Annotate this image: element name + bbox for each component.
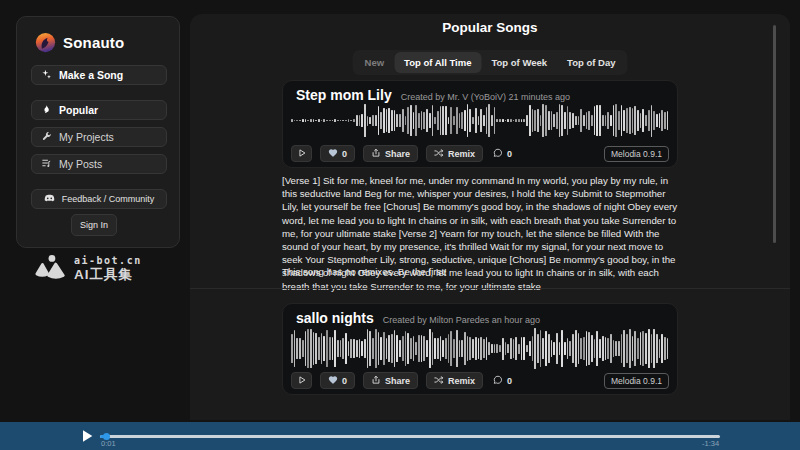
tab-top-of-day[interactable]: Top of Day bbox=[557, 52, 625, 73]
sign-in-label: Sign In bbox=[80, 220, 108, 230]
app-window: Sonauto Make a Song Popular bbox=[0, 0, 800, 450]
sign-in-button[interactable]: Sign In bbox=[71, 214, 117, 236]
sparkles-icon bbox=[41, 69, 52, 82]
music-list-icon bbox=[41, 158, 52, 171]
waveform[interactable] bbox=[291, 328, 669, 369]
model-version-badge: Melodia 0.9.1 bbox=[604, 373, 669, 389]
share-icon bbox=[371, 148, 381, 160]
app-title: Sonauto bbox=[63, 34, 124, 51]
make-a-song-label: Make a Song bbox=[59, 69, 123, 81]
tab-top-of-all-time[interactable]: Top of All Time bbox=[394, 52, 481, 73]
make-a-song-button[interactable]: Make a Song bbox=[31, 65, 167, 85]
no-remixes-text: This song has no remixes. Be the first! bbox=[282, 266, 447, 277]
comment-count: 0 bbox=[507, 149, 512, 159]
shuffle-icon bbox=[434, 148, 444, 160]
sidebar-item-popular[interactable]: Popular bbox=[31, 100, 167, 120]
sidebar-item-label: My Projects bbox=[59, 131, 114, 143]
heart-icon bbox=[328, 375, 338, 387]
sidebar-item-label: Popular bbox=[59, 104, 98, 116]
feedback-community-button[interactable]: Feedback / Community bbox=[31, 189, 167, 209]
play-button[interactable] bbox=[291, 372, 312, 389]
watermark-line2: AI工具集 bbox=[74, 267, 142, 282]
sidebar: Sonauto Make a Song Popular bbox=[16, 16, 180, 248]
player-play-button[interactable] bbox=[79, 428, 95, 444]
remix-label: Remix bbox=[448, 149, 475, 159]
like-count: 0 bbox=[342, 376, 347, 386]
app-logo[interactable]: Sonauto bbox=[35, 32, 124, 53]
comment-icon bbox=[493, 375, 503, 387]
comments-button[interactable]: 0 bbox=[491, 372, 514, 389]
main-panel: Popular Songs New Top of All Time Top of… bbox=[190, 14, 790, 420]
song-actions: 0 Share Remix bbox=[291, 372, 669, 389]
share-button[interactable]: Share bbox=[363, 145, 418, 162]
remix-button[interactable]: Remix bbox=[426, 145, 483, 162]
share-button[interactable]: Share bbox=[363, 372, 418, 389]
section-divider bbox=[190, 288, 790, 289]
remaining-time: -1:34 bbox=[702, 439, 719, 448]
share-icon bbox=[371, 375, 381, 387]
ai-bot-logo-icon bbox=[34, 253, 68, 283]
watermark: ai-bot.cn AI工具集 bbox=[34, 253, 142, 283]
watermark-line1: ai-bot.cn bbox=[74, 255, 142, 267]
remix-button[interactable]: Remix bbox=[426, 372, 483, 389]
waveform[interactable] bbox=[291, 104, 669, 137]
tab-top-of-week[interactable]: Top of Week bbox=[481, 52, 557, 73]
feedback-community-label: Feedback / Community bbox=[62, 194, 155, 204]
sidebar-item-my-posts[interactable]: My Posts bbox=[31, 154, 167, 174]
song-byline: Created by Milton Paredes an hour ago bbox=[383, 315, 540, 325]
sidebar-item-label: My Posts bbox=[59, 158, 102, 170]
sidebar-item-my-projects[interactable]: My Projects bbox=[31, 127, 167, 147]
scrollbar-thumb[interactable] bbox=[773, 25, 776, 243]
song-actions: 0 Share Remix bbox=[291, 145, 669, 162]
remix-label: Remix bbox=[448, 376, 475, 386]
shuffle-icon bbox=[434, 375, 444, 387]
sonauto-logo-icon bbox=[35, 32, 56, 53]
wrench-icon bbox=[41, 131, 52, 144]
song-header: sallo nights Created by Milton Paredes a… bbox=[296, 310, 540, 326]
heart-icon bbox=[328, 148, 338, 160]
model-version-badge: Melodia 0.9.1 bbox=[604, 146, 669, 162]
song-title: Step mom Lily bbox=[296, 87, 392, 103]
current-time: 0:01 bbox=[101, 439, 116, 448]
comment-icon bbox=[493, 148, 503, 160]
comment-count: 0 bbox=[507, 376, 512, 386]
like-button[interactable]: 0 bbox=[320, 145, 355, 162]
progress-track[interactable] bbox=[100, 435, 720, 438]
play-icon bbox=[297, 375, 307, 387]
like-button[interactable]: 0 bbox=[320, 372, 355, 389]
song-header: Step mom Lily Created by Mr. V (YoBoiV) … bbox=[296, 87, 570, 103]
song-card: sallo nights Created by Milton Paredes a… bbox=[282, 303, 678, 395]
like-count: 0 bbox=[342, 149, 347, 159]
page-title: Popular Songs bbox=[190, 20, 790, 35]
share-label: Share bbox=[385, 149, 410, 159]
song-title: sallo nights bbox=[296, 310, 374, 326]
play-button[interactable] bbox=[291, 145, 312, 162]
tab-new[interactable]: New bbox=[355, 52, 395, 73]
player-bar: 0:01 -1:34 bbox=[0, 422, 800, 450]
comments-button[interactable]: 0 bbox=[491, 145, 514, 162]
song-byline: Created by Mr. V (YoBoiV) 21 minutes ago bbox=[401, 92, 570, 102]
flame-icon bbox=[41, 104, 52, 117]
play-icon bbox=[297, 148, 307, 160]
share-label: Share bbox=[385, 376, 410, 386]
discord-icon bbox=[44, 193, 55, 206]
song-card: Step mom Lily Created by Mr. V (YoBoiV) … bbox=[282, 80, 678, 168]
tab-bar: New Top of All Time Top of Week Top of D… bbox=[353, 50, 628, 75]
